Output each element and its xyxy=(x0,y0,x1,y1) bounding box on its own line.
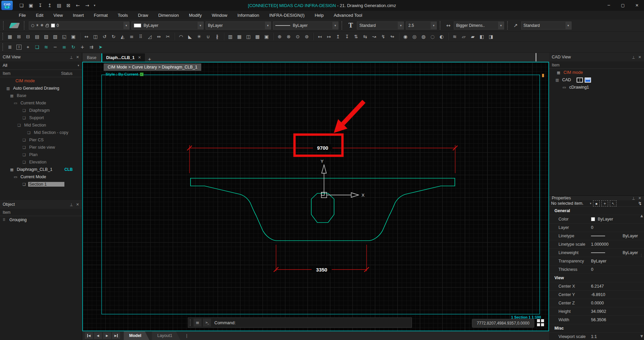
style-checkbox[interactable]: ✓ xyxy=(140,72,144,76)
restore-button[interactable]: ▢ xyxy=(616,0,630,11)
last-layout-button[interactable]: ▶ xyxy=(112,332,120,339)
solid-parallelogram-icon[interactable]: ▰ xyxy=(468,33,477,41)
property-value[interactable]: ByLayer xyxy=(591,234,644,238)
sun-icon[interactable]: ☀ xyxy=(36,23,39,28)
node-edit-icon[interactable]: ⌖ xyxy=(23,43,33,51)
tab-model[interactable]: Model xyxy=(124,331,149,340)
cim-filter-dropdown[interactable]: All ▾ xyxy=(0,61,82,70)
menu-format[interactable]: Format xyxy=(94,13,108,18)
grid-toggle-icon[interactable] xyxy=(537,319,545,327)
divide-icon[interactable]: ⊗ xyxy=(284,33,293,41)
property-value[interactable]: -6.8910 xyxy=(591,292,644,297)
lock-icon[interactable] xyxy=(46,25,49,27)
select-cursor-icon[interactable]: ➤ xyxy=(96,43,105,51)
explode-icon[interactable]: ✳ xyxy=(195,33,204,41)
measure-icon[interactable]: ⊙ xyxy=(293,33,302,41)
text-style-icon[interactable]: T xyxy=(346,22,355,29)
half-square-left-icon[interactable]: ◧ xyxy=(477,33,486,41)
lineweight-dropdown-arrow[interactable]: ▾ xyxy=(332,22,338,29)
array-icon[interactable]: ⠿ xyxy=(136,33,145,41)
tree-item-pier-cs[interactable]: ❏Pier CS xyxy=(0,136,82,144)
undo-back-icon[interactable]: ← xyxy=(74,2,82,9)
select-objects-button[interactable]: + xyxy=(601,200,608,206)
dimension-style-icon[interactable]: ↔ xyxy=(445,22,452,29)
property-value[interactable]: 0 xyxy=(591,267,644,272)
toolbar-grip[interactable] xyxy=(341,21,343,30)
property-group-view[interactable]: View xyxy=(549,274,644,282)
swap-horizontal-icon[interactable]: ⇆ xyxy=(361,33,370,41)
toolbar-grip[interactable] xyxy=(3,21,5,30)
loop-edit-icon[interactable]: ↬ xyxy=(388,33,397,41)
parallelogram-icon[interactable]: ▱ xyxy=(459,33,468,41)
property-value[interactable]: 1.000000 xyxy=(591,242,644,247)
redo-forward-icon[interactable]: → xyxy=(83,2,91,9)
region-icon[interactable]: ▣ xyxy=(69,33,78,41)
menu-help[interactable]: Help xyxy=(315,13,324,18)
lightning-edit-icon[interactable]: ↯ xyxy=(379,33,388,41)
menu-edit[interactable]: Edit xyxy=(36,13,43,18)
circle-icon[interactable]: ◎ xyxy=(410,33,419,41)
align-right-icon[interactable]: ↦ xyxy=(324,33,333,41)
text-height-combo[interactable]: 2.5 ▾ xyxy=(406,21,437,30)
dimension-style-combo[interactable]: Bigger Dimens.. ▾ xyxy=(454,21,504,30)
toggle-value-icon[interactable]: ↯ xyxy=(638,201,642,206)
tree-item-cim-mode[interactable]: ▦ CIM mode xyxy=(549,69,644,76)
menu-draw[interactable]: Draw xyxy=(138,13,148,18)
half-square-right-icon[interactable]: ◨ xyxy=(486,33,495,41)
mirror-icon[interactable]: ◭ xyxy=(118,33,127,41)
command-bar[interactable]: ≡ >_ Command: xyxy=(188,318,412,328)
leader-icon[interactable]: ↝ xyxy=(370,33,379,41)
property-group-misc[interactable]: Misc xyxy=(549,324,644,333)
menu-infra-design-i[interactable]: INFRA-DESIGN(I) xyxy=(269,13,305,18)
circle-center-icon[interactable]: ◉ xyxy=(401,33,410,41)
tree-item-pier-side-view[interactable]: ❏Pier side view xyxy=(0,144,82,151)
multileader-style-icon[interactable]: ↗ xyxy=(512,22,519,29)
command-input[interactable]: Command: xyxy=(214,320,236,325)
menu-window[interactable]: Window xyxy=(212,13,227,18)
property-value[interactable]: 0.0000 xyxy=(591,301,644,305)
tree-item-cdrawing1[interactable]: ▭ cDrawing1 xyxy=(549,84,644,91)
layer-combo[interactable]: ○ ☀ ❄ 0 ▾ xyxy=(29,21,129,30)
boundary-icon[interactable]: ◱ xyxy=(60,33,69,41)
girder-section-outline[interactable] xyxy=(191,178,455,241)
pin-icon[interactable]: ⊤ xyxy=(632,55,635,59)
tree-item-support[interactable]: ❏Support xyxy=(0,114,82,122)
pick-cursor-button[interactable]: ↖ xyxy=(610,200,616,206)
text-frame-icon[interactable]: I xyxy=(14,43,23,51)
command-bar-grip[interactable] xyxy=(190,319,192,326)
add-tab-button[interactable]: + xyxy=(145,56,154,62)
property-value[interactable]: 34.0902 xyxy=(591,309,644,314)
next-layout-button[interactable]: ▶ xyxy=(103,332,111,339)
toolbar-grip[interactable] xyxy=(507,21,509,30)
menu-information[interactable]: Information xyxy=(237,13,259,18)
tree-item-mid-section-copy[interactable]: ❏Mid Section - copy xyxy=(0,129,82,136)
gradient-icon[interactable]: ▧ xyxy=(51,33,60,41)
dimension-9700-text[interactable]: 9700 xyxy=(317,145,328,151)
layer-stack-icon[interactable]: ≋ xyxy=(42,43,51,51)
close-button[interactable]: ✕ xyxy=(630,0,644,11)
table-export-icon[interactable]: ▣ xyxy=(262,33,271,41)
dimension-style-dropdown-arrow[interactable]: ▾ xyxy=(498,22,504,29)
tree-item-current-mode[interactable]: ▭Current Mode xyxy=(0,99,82,107)
save-as-icon[interactable]: ↥ xyxy=(46,2,54,9)
rotate-cw-icon[interactable]: ↻ xyxy=(109,33,118,41)
tree-item-diaphragm-clb-1[interactable]: ▦Diaphragm_CLB_1CLB xyxy=(0,166,82,173)
fillet-icon[interactable]: ◠ xyxy=(176,33,185,41)
toolbar-grip[interactable] xyxy=(2,33,4,40)
multi-line-icon[interactable]: ≡ xyxy=(60,43,69,51)
text-style-combo[interactable]: Standard ▾ xyxy=(357,21,404,30)
toolbar-grip[interactable] xyxy=(24,21,26,30)
quick-select-button[interactable]: ▪ xyxy=(593,200,600,206)
scroll-up-arrow[interactable]: ▲ xyxy=(640,214,643,217)
tree-item-cim-mode[interactable]: CIM mode xyxy=(0,77,82,85)
merge-cells-icon[interactable]: ◫ xyxy=(244,33,253,41)
delete-table-icon[interactable]: ⊟ xyxy=(23,33,33,41)
swap-vertical-icon[interactable]: ⇅ xyxy=(352,33,361,41)
wave-match-icon[interactable]: ≋ xyxy=(450,33,459,41)
pin-icon[interactable]: ⊤ xyxy=(632,196,635,200)
window-icon[interactable] xyxy=(585,78,591,83)
copy-icon[interactable]: ◫ xyxy=(91,33,100,41)
tree-item-plan[interactable]: ❏Plan xyxy=(0,151,82,158)
first-layout-button[interactable]: ◀ xyxy=(85,332,93,339)
customize-toolbar-icon[interactable]: ▾ xyxy=(93,2,97,9)
